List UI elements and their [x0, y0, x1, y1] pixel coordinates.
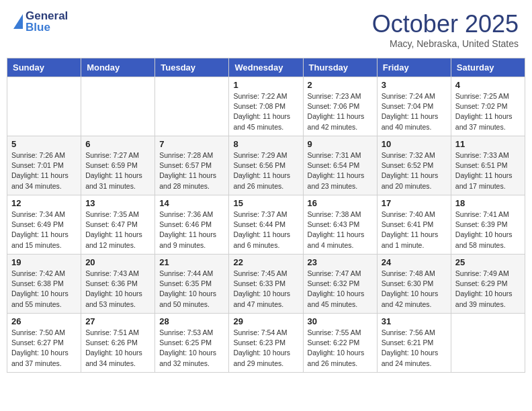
logo-triangle-icon [13, 14, 23, 29]
header-friday: Friday [377, 58, 451, 77]
day-number: 8 [233, 139, 298, 149]
day-number: 31 [382, 316, 447, 326]
header-thursday: Thursday [303, 58, 377, 77]
location: Macy, Nebraska, United States [372, 38, 519, 49]
day-info: Sunrise: 7:29 AM Sunset: 6:56 PM Dayligh… [233, 150, 298, 191]
calendar-cell: 29Sunrise: 7:54 AM Sunset: 6:23 PM Dayli… [229, 314, 303, 373]
header-wednesday: Wednesday [229, 58, 303, 77]
day-number: 28 [159, 316, 224, 326]
day-info: Sunrise: 7:42 AM Sunset: 6:38 PM Dayligh… [11, 269, 77, 310]
calendar-cell [81, 77, 155, 136]
day-info: Sunrise: 7:47 AM Sunset: 6:32 PM Dayligh… [308, 269, 373, 310]
calendar-cell: 19Sunrise: 7:42 AM Sunset: 6:38 PM Dayli… [7, 255, 81, 314]
calendar-cell: 10Sunrise: 7:32 AM Sunset: 6:52 PM Dayli… [377, 136, 451, 195]
day-number: 26 [11, 316, 77, 326]
day-info: Sunrise: 7:41 AM Sunset: 6:39 PM Dayligh… [455, 210, 521, 250]
calendar-cell: 14Sunrise: 7:36 AM Sunset: 6:46 PM Dayli… [155, 195, 229, 255]
day-info: Sunrise: 7:48 AM Sunset: 6:30 PM Dayligh… [382, 269, 447, 310]
calendar-cell: 17Sunrise: 7:40 AM Sunset: 6:41 PM Dayli… [377, 195, 451, 255]
calendar-cell: 15Sunrise: 7:37 AM Sunset: 6:44 PM Dayli… [229, 195, 303, 255]
header-sunday: Sunday [7, 58, 81, 77]
calendar-cell: 18Sunrise: 7:41 AM Sunset: 6:39 PM Dayli… [451, 195, 525, 255]
day-number: 23 [308, 257, 373, 267]
calendar-cell: 16Sunrise: 7:38 AM Sunset: 6:43 PM Dayli… [303, 195, 377, 255]
calendar-cell: 4Sunrise: 7:25 AM Sunset: 7:02 PM Daylig… [451, 77, 525, 136]
calendar-cell: 9Sunrise: 7:31 AM Sunset: 6:54 PM Daylig… [303, 136, 377, 195]
calendar-week-1: 1Sunrise: 7:22 AM Sunset: 7:08 PM Daylig… [7, 77, 525, 136]
day-number: 19 [11, 257, 77, 267]
day-info: Sunrise: 7:37 AM Sunset: 6:44 PM Dayligh… [233, 210, 298, 250]
day-info: Sunrise: 7:24 AM Sunset: 7:04 PM Dayligh… [382, 91, 447, 132]
day-number: 16 [308, 198, 373, 208]
day-number: 4 [455, 80, 521, 90]
day-number: 3 [382, 80, 447, 90]
header-tuesday: Tuesday [155, 58, 229, 77]
title-block: October 2025 Macy, Nebraska, United Stat… [372, 10, 519, 49]
calendar-cell: 6Sunrise: 7:27 AM Sunset: 6:59 PM Daylig… [81, 136, 155, 195]
page-header: General Blue October 2025 Macy, Nebraska… [7, 7, 525, 52]
day-info: Sunrise: 7:40 AM Sunset: 6:41 PM Dayligh… [382, 210, 447, 250]
calendar-cell: 22Sunrise: 7:45 AM Sunset: 6:33 PM Dayli… [229, 255, 303, 314]
calendar-cell: 26Sunrise: 7:50 AM Sunset: 6:27 PM Dayli… [7, 314, 81, 373]
calendar-cell: 30Sunrise: 7:55 AM Sunset: 6:22 PM Dayli… [303, 314, 377, 373]
calendar-week-3: 12Sunrise: 7:34 AM Sunset: 6:49 PM Dayli… [7, 195, 525, 255]
calendar-cell: 13Sunrise: 7:35 AM Sunset: 6:47 PM Dayli… [81, 195, 155, 255]
day-info: Sunrise: 7:28 AM Sunset: 6:57 PM Dayligh… [159, 150, 224, 191]
day-info: Sunrise: 7:31 AM Sunset: 6:54 PM Dayligh… [308, 150, 373, 191]
logo-text: General Blue [26, 10, 68, 33]
day-number: 1 [233, 80, 298, 90]
day-info: Sunrise: 7:32 AM Sunset: 6:52 PM Dayligh… [382, 150, 447, 191]
day-number: 25 [455, 257, 521, 267]
calendar-cell: 12Sunrise: 7:34 AM Sunset: 6:49 PM Dayli… [7, 195, 81, 255]
day-number: 6 [85, 139, 150, 149]
day-number: 12 [11, 198, 77, 208]
calendar-cell: 3Sunrise: 7:24 AM Sunset: 7:04 PM Daylig… [377, 77, 451, 136]
calendar-table: SundayMondayTuesdayWednesdayThursdayFrid… [7, 58, 525, 373]
calendar-cell: 24Sunrise: 7:48 AM Sunset: 6:30 PM Dayli… [377, 255, 451, 314]
logo-general: General [26, 10, 68, 21]
day-number: 30 [308, 316, 373, 326]
day-info: Sunrise: 7:35 AM Sunset: 6:47 PM Dayligh… [85, 210, 150, 250]
calendar-cell: 1Sunrise: 7:22 AM Sunset: 7:08 PM Daylig… [229, 77, 303, 136]
calendar-week-4: 19Sunrise: 7:42 AM Sunset: 6:38 PM Dayli… [7, 255, 525, 314]
calendar-cell: 8Sunrise: 7:29 AM Sunset: 6:56 PM Daylig… [229, 136, 303, 195]
day-info: Sunrise: 7:34 AM Sunset: 6:49 PM Dayligh… [11, 210, 77, 250]
day-number: 27 [85, 316, 150, 326]
calendar-cell [7, 77, 81, 136]
calendar-cell: 7Sunrise: 7:28 AM Sunset: 6:57 PM Daylig… [155, 136, 229, 195]
day-info: Sunrise: 7:25 AM Sunset: 7:02 PM Dayligh… [455, 91, 521, 132]
day-number: 21 [159, 257, 224, 267]
day-info: Sunrise: 7:23 AM Sunset: 7:06 PM Dayligh… [308, 91, 373, 132]
day-info: Sunrise: 7:27 AM Sunset: 6:59 PM Dayligh… [85, 150, 150, 191]
day-info: Sunrise: 7:36 AM Sunset: 6:46 PM Dayligh… [159, 210, 224, 250]
day-info: Sunrise: 7:45 AM Sunset: 6:33 PM Dayligh… [233, 269, 298, 310]
calendar-cell: 11Sunrise: 7:33 AM Sunset: 6:51 PM Dayli… [451, 136, 525, 195]
day-number: 11 [455, 139, 521, 149]
calendar-week-2: 5Sunrise: 7:26 AM Sunset: 7:01 PM Daylig… [7, 136, 525, 195]
calendar-cell: 23Sunrise: 7:47 AM Sunset: 6:32 PM Dayli… [303, 255, 377, 314]
day-number: 9 [308, 139, 373, 149]
day-info: Sunrise: 7:50 AM Sunset: 6:27 PM Dayligh… [11, 328, 77, 369]
day-number: 5 [11, 139, 77, 149]
calendar-cell: 20Sunrise: 7:43 AM Sunset: 6:36 PM Dayli… [81, 255, 155, 314]
logo-blue: Blue [26, 21, 68, 33]
day-info: Sunrise: 7:51 AM Sunset: 6:26 PM Dayligh… [85, 328, 150, 369]
day-info: Sunrise: 7:43 AM Sunset: 6:36 PM Dayligh… [85, 269, 150, 310]
calendar-cell [155, 77, 229, 136]
calendar-cell [451, 314, 525, 373]
calendar-cell: 31Sunrise: 7:56 AM Sunset: 6:21 PM Dayli… [377, 314, 451, 373]
calendar-week-5: 26Sunrise: 7:50 AM Sunset: 6:27 PM Dayli… [7, 314, 525, 373]
day-info: Sunrise: 7:56 AM Sunset: 6:21 PM Dayligh… [382, 328, 447, 369]
day-number: 20 [85, 257, 150, 267]
day-number: 24 [382, 257, 447, 267]
day-number: 18 [455, 198, 521, 208]
day-info: Sunrise: 7:54 AM Sunset: 6:23 PM Dayligh… [233, 328, 298, 369]
day-info: Sunrise: 7:49 AM Sunset: 6:29 PM Dayligh… [455, 269, 521, 310]
month-title: October 2025 [372, 10, 519, 38]
day-number: 10 [382, 139, 447, 149]
day-info: Sunrise: 7:38 AM Sunset: 6:43 PM Dayligh… [308, 210, 373, 250]
day-info: Sunrise: 7:44 AM Sunset: 6:35 PM Dayligh… [159, 269, 224, 310]
calendar-header-row: SundayMondayTuesdayWednesdayThursdayFrid… [7, 58, 525, 77]
day-info: Sunrise: 7:26 AM Sunset: 7:01 PM Dayligh… [11, 150, 77, 191]
day-number: 7 [159, 139, 224, 149]
